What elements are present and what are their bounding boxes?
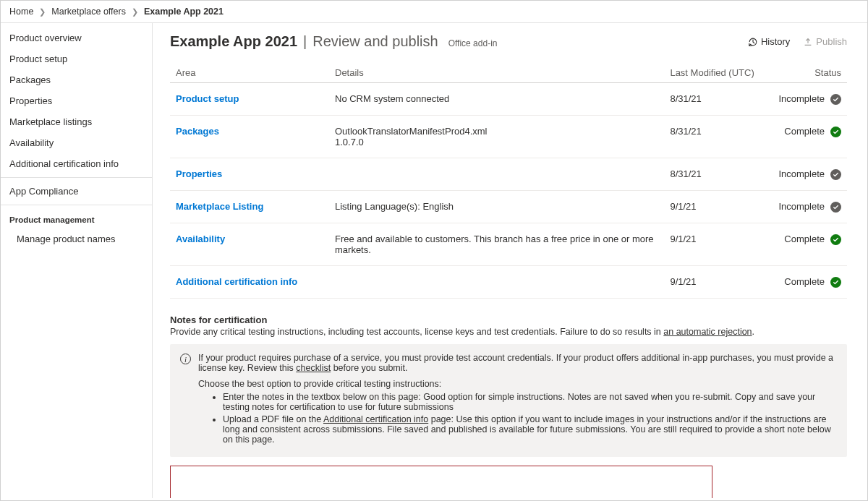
check-incomplete-icon [830, 169, 841, 180]
table-row: PackagesOutlookTranslatorManifestProd4.x… [170, 116, 847, 158]
sidebar-item-manage-product-names[interactable]: Manage product names [1, 228, 152, 249]
status-cell: Complete [773, 223, 847, 266]
notes-heading: Notes for certification [170, 314, 847, 325]
certification-notes-textarea[interactable] [170, 466, 712, 498]
check-incomplete-icon [830, 202, 841, 213]
modified-cell: 8/31/21 [664, 116, 773, 158]
divider [1, 205, 152, 205]
app-name: Example App 2021 [170, 33, 297, 50]
title-separator: | [303, 33, 307, 50]
breadcrumb-offers[interactable]: Marketplace offers [51, 7, 126, 17]
col-details: Details [329, 63, 664, 83]
check-complete-icon [830, 127, 841, 137]
modified-cell: 9/1/21 [664, 223, 773, 266]
sidebar-item-availability[interactable]: Availability [1, 132, 152, 153]
status-cell: Complete [773, 266, 847, 299]
review-table: Area Details Last Modified (UTC) Status … [170, 63, 847, 299]
area-link-marketplace-listing[interactable]: Marketplace Listing [176, 201, 263, 212]
modified-cell: 8/31/21 [664, 83, 773, 116]
main-content: Example App 2021 | Review and publish Of… [153, 23, 867, 498]
sidebar: Product overviewProduct setupPackagesPro… [1, 23, 153, 498]
infobox-primary-text: If your product requires purchase of a s… [198, 353, 837, 373]
status-cell: Incomplete [773, 158, 847, 191]
sidebar-item-product-overview[interactable]: Product overview [1, 27, 152, 48]
history-button[interactable]: History [748, 36, 790, 47]
notes-description: Provide any critical testing instruction… [170, 327, 847, 337]
details-cell: Free and available to customers. This br… [329, 223, 664, 266]
area-link-properties[interactable]: Properties [176, 168, 222, 179]
sidebar-item-marketplace-listings[interactable]: Marketplace listings [1, 111, 152, 132]
history-label: History [761, 36, 790, 47]
publish-icon [803, 37, 813, 47]
history-icon [748, 37, 758, 47]
page-titlebar: Example App 2021 | Review and publish Of… [170, 33, 847, 50]
area-link-availability[interactable]: Availability [176, 234, 225, 244]
breadcrumb-home[interactable]: Home [9, 7, 33, 17]
check-complete-icon [830, 234, 841, 245]
sidebar-item-packages[interactable]: Packages [1, 69, 152, 90]
col-status: Status [773, 63, 847, 83]
auto-rejection-link[interactable]: an automatic rejection [663, 327, 752, 337]
breadcrumb: Home ❯ Marketplace offers ❯ Example App … [1, 1, 867, 23]
table-row: Marketplace ListingListing Language(s): … [170, 191, 847, 223]
addin-type-label: Office add-in [448, 38, 498, 48]
publish-top-button: Publish [803, 36, 847, 47]
chevron-right-icon: ❯ [39, 7, 46, 17]
modified-cell: 9/1/21 [664, 266, 773, 299]
details-cell: Listing Language(s): English [329, 191, 664, 223]
checklist-link[interactable]: checklist [296, 363, 331, 373]
chevron-right-icon: ❯ [132, 7, 138, 17]
table-row: AvailabilityFree and available to custom… [170, 223, 847, 266]
infobox-bullet-2: Upload a PDF file on the Additional cert… [223, 414, 837, 445]
sidebar-heading-product-management: Product management [1, 208, 152, 228]
sidebar-item-additional-certification-info[interactable]: Additional certification info [1, 153, 152, 174]
check-incomplete-icon [830, 94, 841, 105]
area-link-additional-certification-info[interactable]: Additional certification info [176, 276, 297, 287]
sidebar-item-app-compliance[interactable]: App Compliance [1, 181, 152, 202]
page-title: Review and publish [312, 33, 438, 50]
modified-cell: 8/31/21 [664, 158, 773, 191]
area-link-packages[interactable]: Packages [176, 126, 219, 137]
info-icon: i [180, 354, 191, 364]
status-cell: Incomplete [773, 191, 847, 223]
table-row: Additional certification info9/1/21Compl… [170, 266, 847, 299]
status-cell: Complete [773, 116, 847, 158]
details-cell: OutlookTranslatorManifestProd4.xml1.0.7.… [329, 116, 664, 158]
details-cell [329, 266, 664, 299]
status-cell: Incomplete [773, 83, 847, 116]
table-row: Product setupNo CRM system connected8/31… [170, 83, 847, 116]
table-row: Properties8/31/21Incomplete [170, 158, 847, 191]
publish-top-label: Publish [816, 36, 847, 47]
infobox-choose-text: Choose the best option to provide critic… [198, 379, 837, 389]
sidebar-item-product-setup[interactable]: Product setup [1, 48, 152, 69]
col-area: Area [170, 63, 329, 83]
certification-info-box: i If your product requires purchase of a… [170, 344, 847, 457]
modified-cell: 9/1/21 [664, 191, 773, 223]
divider [1, 177, 152, 178]
sidebar-item-properties[interactable]: Properties [1, 90, 152, 111]
details-cell [329, 158, 664, 191]
details-cell: No CRM system connected [329, 83, 664, 116]
check-complete-icon [830, 277, 841, 288]
infobox-bullet-1: Enter the notes in the textbox below on … [223, 392, 837, 412]
additional-cert-info-link[interactable]: Additional certification info [323, 414, 428, 424]
breadcrumb-current: Example App 2021 [144, 7, 224, 17]
col-modified: Last Modified (UTC) [664, 63, 773, 83]
area-link-product-setup[interactable]: Product setup [176, 93, 239, 104]
